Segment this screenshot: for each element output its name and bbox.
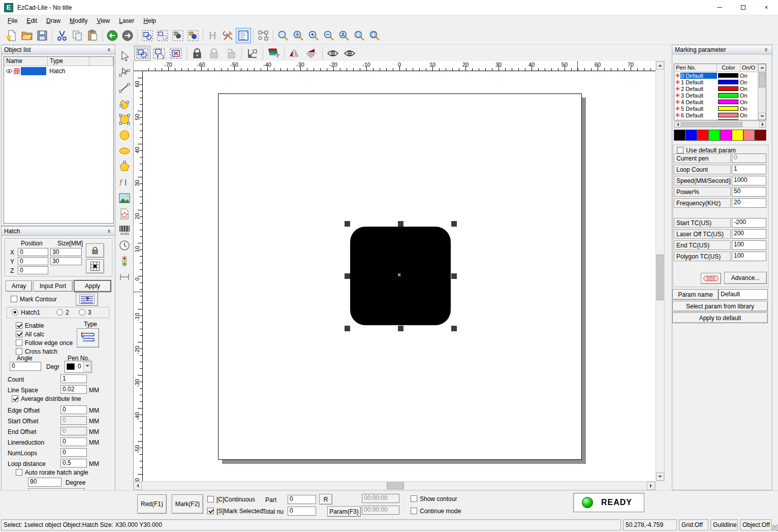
contour-order-button[interactable] [76,293,98,306]
copy-button[interactable] [70,28,85,43]
scroll-right-arrow[interactable] [647,482,655,490]
union-button[interactable] [170,28,185,43]
select-param-library-button[interactable]: Select param from library [672,301,768,311]
object-browser-button[interactable] [256,28,271,43]
marking-panel-close-icon[interactable]: x [763,46,769,53]
polygon-tool-button[interactable] [116,159,133,174]
hatch-type-button[interactable] [77,328,99,348]
line-space-field[interactable]: 0.02 [60,385,87,394]
ungroup-button[interactable] [155,28,170,43]
zoom-pan-button[interactable] [291,28,306,43]
preview-contour-button[interactable] [325,46,341,61]
scroll-up-arrow[interactable] [758,64,766,71]
paste-button[interactable] [85,28,100,43]
total-num-field[interactable]: 0 [288,507,316,516]
ellipse-tool-button[interactable] [116,143,133,159]
palette-swatch[interactable] [674,130,686,141]
z-position-field[interactable]: 0 [18,266,48,274]
select-tool-button[interactable] [116,48,133,64]
angle-field[interactable]: 0 [10,362,41,371]
auto-rotate-checkbox[interactable] [16,469,22,476]
pen-row-7[interactable]: 7 DefaultOn [674,118,766,120]
apply-to-default-button[interactable]: Apply to default [672,312,768,323]
pen-row-3[interactable]: 3 DefaultOn [674,92,766,99]
input-port-button[interactable]: Input Port [33,280,73,292]
pen-row-1[interactable]: 1 DefaultOn [674,79,766,85]
reset-part-button[interactable]: R [319,494,332,505]
x-size-field[interactable]: 30 [50,248,82,256]
text-tool-button[interactable]: fI [116,174,133,190]
vscroll-thumb[interactable] [657,255,664,300]
pen-vscroll-thumb[interactable] [759,72,765,87]
rotate-degree-field[interactable]: 90 [28,478,61,487]
pen-table-vscrollbar[interactable] [758,64,766,120]
follow-edge-checkbox[interactable] [16,339,22,346]
scroll-down-arrow[interactable] [656,473,664,481]
show-contour-checkbox[interactable] [411,495,417,502]
status-object-toggle[interactable]: Object:Off [740,519,771,530]
mark-button[interactable]: Mark(F2) [172,494,203,514]
palette-swatch[interactable] [720,130,732,141]
redo-button[interactable] [120,28,135,43]
status-grid-toggle[interactable]: Grid:Off [679,519,708,530]
pen-no-dropdown[interactable]: 0 [65,361,92,373]
vector-file-tool-button[interactable] [116,206,133,222]
palette-swatch[interactable] [743,130,755,141]
selection-handle-se[interactable] [451,326,457,331]
preview-bounds-button[interactable] [341,46,358,61]
scroll-right-arrow[interactable] [759,121,766,128]
count-field[interactable]: 1 [60,374,87,383]
circle-tool-button[interactable] [116,127,133,143]
transform-rotate-button[interactable] [151,46,167,61]
mark-selected-checkbox[interactable] [207,508,214,514]
hatch-panel-close-icon[interactable]: x [106,228,112,234]
scroll-left-arrow[interactable] [674,121,681,128]
scroll-left-arrow[interactable] [134,482,142,490]
speed-field[interactable]: 1000 [732,176,766,185]
param-name-field[interactable]: Default [719,289,768,300]
pen-row-5[interactable]: 5 DefaultOn [674,105,766,112]
y-size-field[interactable]: 30 [50,257,82,265]
all-calc-checkbox[interactable] [16,331,22,337]
object-list-close-icon[interactable]: x [106,46,112,53]
zoom-button[interactable] [275,28,291,43]
selection-handle-nw[interactable] [345,221,350,227]
menu-edit[interactable]: Edit [22,16,42,25]
scroll-down-arrow[interactable] [758,113,766,120]
line-tool-button[interactable] [116,80,133,96]
advance-button[interactable]: Advance... [724,272,767,284]
zoom-out-button[interactable] [321,28,336,43]
set-pen-color-button[interactable] [265,46,282,61]
transform-position-button[interactable] [134,46,150,61]
menu-help[interactable]: Help [139,16,161,25]
zoom-all-button[interactable]: A [336,28,352,43]
break-apart-button[interactable] [185,28,201,43]
move-to-origin-button[interactable] [244,46,260,61]
hatch2-radio[interactable] [56,309,63,316]
x-position-field[interactable]: 0 [18,248,48,256]
laser-off-tc-field[interactable]: 200 [732,229,766,239]
maximize-button[interactable] [731,0,755,15]
red-light-button[interactable]: Red(F1) [137,494,167,514]
cross-hatch-checkbox[interactable] [16,348,22,355]
resize-grip-icon[interactable] [772,525,778,531]
mark-contour-checkbox[interactable] [11,296,17,302]
menu-modify[interactable]: Modify [65,16,92,25]
barcode-tool-button[interactable]: 01234 [116,222,133,237]
palette-swatch[interactable] [755,130,766,141]
undo-button[interactable] [105,28,120,43]
palette-swatch[interactable] [732,130,743,141]
continue-mode-checkbox[interactable] [411,508,417,514]
param-name-button[interactable]: Param name [672,289,719,300]
menu-view[interactable]: View [92,16,114,25]
param-f3-button[interactable]: Param(F3) [327,506,361,517]
group-button[interactable] [140,28,155,43]
continuous-checkbox[interactable] [207,496,214,503]
hscroll-thumb[interactable] [387,482,404,489]
column-header-color[interactable]: Color [717,64,740,72]
selection-handle-n[interactable] [398,221,403,227]
dropdown-arrow-icon[interactable] [83,362,91,372]
canvas-hscrollbar[interactable] [133,481,656,490]
column-header-pen[interactable]: Pen No. [674,64,717,72]
minimize-button[interactable] [708,0,731,15]
